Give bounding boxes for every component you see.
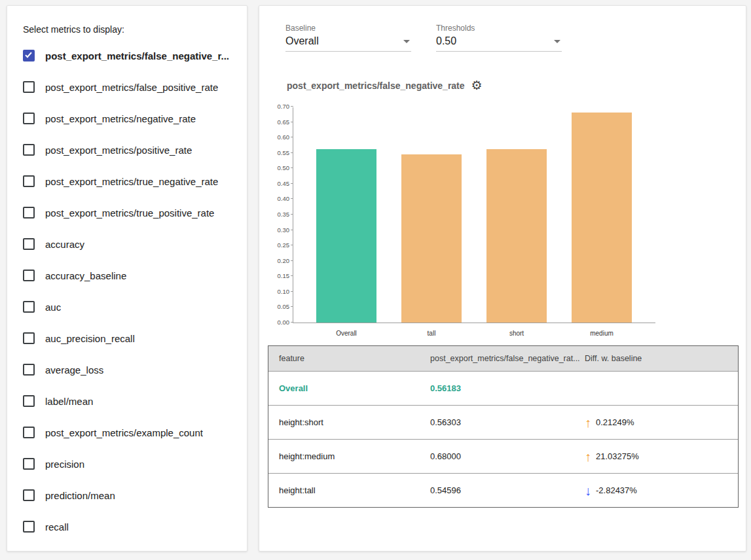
down-arrow-icon: ↓ (585, 484, 591, 497)
checkbox-unchecked-icon[interactable] (23, 332, 35, 344)
diff-percent-text: 21.03275% (596, 451, 639, 461)
chart-title: post_export_metrics/false_negative_rate (287, 80, 465, 91)
checkbox-unchecked-icon[interactable] (23, 458, 35, 470)
checkbox-unchecked-icon[interactable] (23, 427, 35, 438)
page: Select metrics to display: post_export_m… (0, 0, 751, 560)
metric-row-13[interactable]: precision (7, 448, 247, 480)
baseline-select-value: Overall (285, 35, 319, 47)
bar-medium[interactable] (572, 113, 632, 323)
y-axis-tick-label: 0.55 (265, 149, 289, 157)
metric-row-11[interactable]: label/mean (7, 385, 247, 417)
y-axis-tick-label: 0.25 (265, 241, 289, 249)
y-axis-tick-mark (291, 198, 293, 199)
metric-row-2[interactable]: post_export_metrics/negative_rate (7, 103, 247, 134)
bar-short[interactable] (486, 149, 547, 323)
y-axis-tick-label: 0.00 (265, 319, 289, 326)
checkbox-unchecked-icon[interactable] (23, 270, 35, 281)
table-header-feature: feature (268, 354, 430, 363)
checkbox-unchecked-icon[interactable] (23, 489, 35, 501)
metric-row-9[interactable]: auc_precision_recall (7, 323, 247, 354)
metric-label: label/mean (45, 396, 93, 407)
table-row-Overall: Overall0.56183 (268, 371, 738, 405)
checkbox-checked-icon[interactable] (23, 50, 35, 61)
y-axis-tick-label: 0.30 (265, 226, 289, 234)
checkbox-unchecked-icon[interactable] (23, 207, 35, 219)
table-body: Overall0.56183height:short0.56303↑0.2124… (268, 371, 738, 507)
table-cell-diff: ↓-2.82437% (585, 484, 738, 497)
metric-row-14[interactable]: prediction/mean (7, 480, 247, 511)
gear-icon[interactable]: ⚙ (471, 79, 483, 92)
metric-label: auc (45, 302, 61, 313)
checkbox-unchecked-icon[interactable] (23, 238, 35, 250)
y-axis-tick-label: 0.10 (265, 288, 289, 296)
metric-label: auc_precision_recall (45, 333, 135, 344)
table-cell-feature: height:tall (268, 485, 430, 495)
y-axis-tick-label: 0.45 (265, 180, 289, 188)
checkbox-unchecked-icon[interactable] (23, 113, 35, 124)
bar-Overall[interactable] (316, 149, 376, 323)
table-row-height:short: height:short0.56303↑0.21249% (268, 405, 738, 439)
table-header-row: feature post_export_metrics/false_negati… (268, 346, 738, 371)
metric-row-8[interactable]: auc (7, 291, 247, 323)
metric-row-7[interactable]: accuracy_baseline (7, 260, 247, 291)
metric-row-12[interactable]: post_export_metrics/example_count (7, 417, 247, 448)
metric-label: post_export_metrics/true_positive_rate (45, 207, 214, 219)
metrics-selector-title: Select metrics to display: (7, 6, 247, 40)
baseline-select[interactable]: Overall (285, 35, 411, 52)
table-row-height:medium: height:medium0.68000↑21.03275% (268, 439, 738, 473)
table-cell-feature: height:medium (268, 451, 430, 461)
y-axis-tick-label: 0.20 (265, 257, 289, 265)
up-arrow-icon: ↑ (585, 450, 591, 463)
metric-row-10[interactable]: average_loss (7, 354, 247, 385)
metric-label: post_export_metrics/negative_rate (45, 113, 196, 124)
metric-row-5[interactable]: post_export_metrics/true_positive_rate (7, 197, 247, 228)
y-axis-tick-mark (291, 322, 293, 323)
y-axis-tick-label: 0.60 (265, 133, 289, 141)
metric-row-15[interactable]: recall (7, 511, 247, 542)
table-cell-value: 0.54596 (430, 485, 585, 495)
table-cell-feature: height:short (268, 417, 430, 427)
y-axis-tick-mark (291, 306, 293, 307)
metric-row-0[interactable]: post_export_metrics/false_negative_r... (7, 40, 247, 71)
checkbox-unchecked-icon[interactable] (23, 521, 35, 533)
bar-tall[interactable] (401, 154, 462, 323)
baseline-select-label: Baseline (285, 24, 411, 33)
metrics-list: post_export_metrics/false_negative_r...p… (7, 40, 247, 542)
x-axis-tick-label: Overall (307, 330, 386, 337)
metric-label: post_export_metrics/example_count (45, 427, 203, 438)
table-cell-value: 0.68000 (430, 451, 585, 461)
checkbox-unchecked-icon[interactable] (23, 364, 35, 376)
y-axis-tick-mark (291, 230, 293, 230)
y-axis-tick-label: 0.40 (265, 195, 289, 203)
metric-row-4[interactable]: post_export_metrics/true_negative_rate (7, 166, 247, 197)
metric-label: accuracy_baseline (45, 270, 126, 281)
checkbox-unchecked-icon[interactable] (23, 395, 35, 407)
y-axis-tick-mark (291, 214, 293, 215)
metric-label: recall (45, 521, 69, 533)
y-axis-tick-label: 0.35 (265, 211, 289, 219)
metric-label: precision (45, 459, 84, 470)
baseline-select-group: Baseline Overall (285, 24, 411, 52)
metric-row-3[interactable]: post_export_metrics/positive_rate (7, 134, 247, 166)
up-arrow-icon: ↑ (585, 416, 591, 429)
table-cell-value: 0.56303 (430, 417, 585, 427)
diff-percent-text: -2.82437% (596, 485, 637, 495)
metric-row-1[interactable]: post_export_metrics/false_positive_rate (7, 71, 247, 103)
checkbox-unchecked-icon[interactable] (23, 301, 35, 313)
y-axis-tick-mark (291, 291, 293, 292)
checkbox-unchecked-icon[interactable] (23, 175, 35, 187)
metric-row-6[interactable]: accuracy (7, 228, 247, 260)
x-axis-tick-label: short (477, 330, 556, 337)
metric-label: post_export_metrics/true_negative_rate (45, 176, 218, 187)
y-axis-tick-label: 0.05 (265, 303, 289, 311)
x-axis-tick-label: tall (392, 330, 471, 337)
diff-percent-text: 0.21249% (596, 417, 634, 427)
metrics-selector-panel: Select metrics to display: post_export_m… (7, 5, 247, 551)
thresholds-select[interactable]: 0.50 (436, 35, 562, 52)
checkbox-unchecked-icon[interactable] (23, 144, 35, 156)
checkbox-unchecked-icon[interactable] (23, 81, 35, 93)
table-cell-diff: ↑0.21249% (585, 416, 738, 429)
metric-label: accuracy (45, 239, 84, 250)
metric-label: post_export_metrics/positive_rate (45, 145, 192, 156)
y-axis-tick-mark (291, 137, 293, 137)
